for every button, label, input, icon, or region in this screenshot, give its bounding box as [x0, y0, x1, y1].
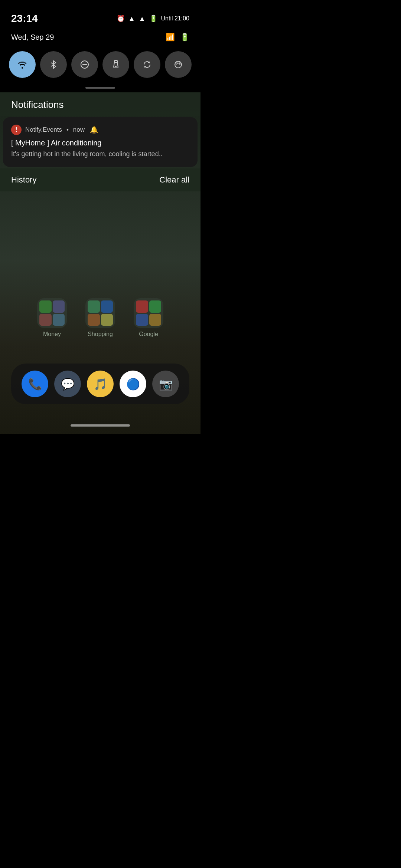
notification-body: It's getting hot in the living room, coo… [11, 149, 189, 159]
battery-icon: 🔋 [149, 14, 157, 23]
folder-label-shopping: Shopping [88, 331, 113, 338]
notification-time: now [73, 126, 85, 134]
handle-bar [0, 85, 200, 92]
drag-handle [85, 87, 115, 89]
qs-wifi-button[interactable] [9, 51, 36, 78]
dock-app-camera[interactable]: 📷 [152, 371, 179, 397]
dock-app-messages[interactable]: 💬 [54, 371, 81, 397]
status-icons: ⏰ ▲ ▲ 🔋 Until 21:00 [117, 14, 189, 23]
notifications-section-header: Notifications [0, 92, 200, 116]
history-row: History Clear all [0, 168, 200, 191]
folder-label-money: Money [43, 331, 61, 338]
qs-cast-button[interactable] [165, 51, 192, 78]
app-folders: Money Shopping Google [0, 298, 200, 338]
folder-google[interactable]: Google [134, 298, 163, 338]
clear-all-button[interactable]: Clear all [159, 175, 189, 185]
notification-app-name: Notify.Events [25, 126, 62, 134]
folder-icon-google [134, 298, 163, 328]
date-status-icons: 📶 🔋 [166, 33, 189, 42]
dock-app-phone[interactable]: 📞 [22, 371, 48, 397]
qs-flashlight-button[interactable] [102, 51, 129, 78]
folder-label-google: Google [139, 331, 158, 338]
battery-status-icon: 🔋 [180, 33, 189, 42]
battery-text: Until 21:00 [161, 15, 190, 22]
folder-icon-money [37, 298, 67, 328]
nav-gesture-hint [71, 424, 130, 427]
notification-bell-icon: 🔔 [90, 126, 98, 134]
status-bar: 23:14 ⏰ ▲ ▲ 🔋 Until 21:00 [0, 0, 200, 30]
dock: 📞 💬 🎵 🔵 📷 [11, 364, 189, 404]
signal-icon: ▲ [139, 15, 146, 23]
history-button[interactable]: History [11, 175, 36, 185]
notifications-title: Notifications [11, 99, 64, 110]
wifi-icon: 📶 [166, 33, 175, 42]
dock-app-browser[interactable]: 🔵 [120, 371, 146, 397]
notification-shade: 23:14 ⏰ ▲ ▲ 🔋 Until 21:00 Wed, Sep 29 📶 … [0, 0, 200, 191]
notification-separator: • [66, 126, 69, 134]
alarm-icon: ⏰ [117, 14, 125, 23]
qs-rotate-button[interactable] [134, 51, 160, 78]
date-row: Wed, Sep 29 📶 🔋 [0, 30, 200, 47]
notification-title: [ MyHome ] Air conditioning [11, 139, 189, 147]
dock-app-music[interactable]: 🎵 [87, 371, 114, 397]
notify-events-icon: ! [11, 125, 22, 135]
qs-dnd-button[interactable] [71, 51, 98, 78]
date-text: Wed, Sep 29 [11, 33, 54, 42]
notification-header: ! Notify.Events • now 🔔 [11, 125, 189, 135]
wifi-signal-icon: ▲ [128, 15, 135, 23]
folder-icon-shopping [85, 298, 115, 328]
status-time: 23:14 [11, 13, 38, 24]
folder-money[interactable]: Money [37, 298, 67, 338]
svg-point-2 [115, 66, 117, 67]
notification-card[interactable]: ! Notify.Events • now 🔔 [ MyHome ] Air c… [3, 117, 198, 167]
quick-settings [0, 47, 200, 85]
folder-shopping[interactable]: Shopping [85, 298, 115, 338]
qs-bluetooth-button[interactable] [40, 51, 67, 78]
